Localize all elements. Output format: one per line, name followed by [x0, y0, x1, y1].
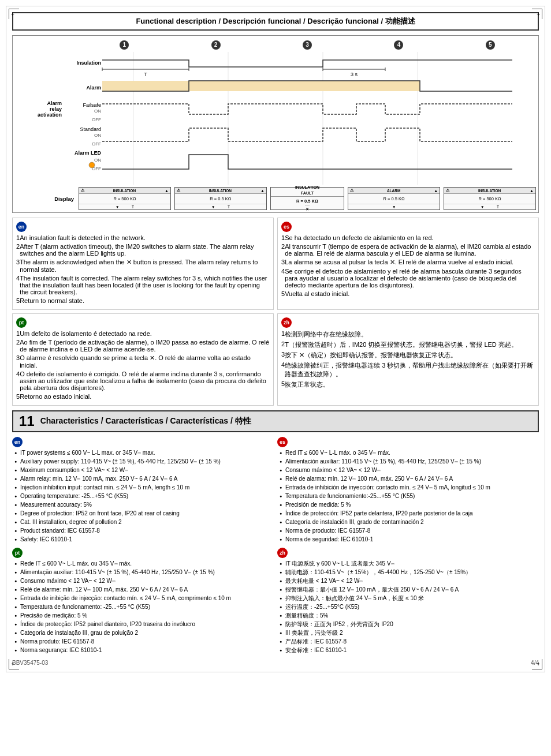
display-1-header: ⚠ INSULATION ▲	[79, 188, 170, 194]
char-zh-item-5: 运行温度：-25...+55°C (K55)	[280, 603, 539, 611]
lang-pt-header: pt	[16, 317, 270, 328]
step-zh-1-text: 检测到网络中存在绝缘故障。	[285, 330, 367, 339]
display-item-4: ⚠ ALARM ▲ R = 0.5 KΩ ▼	[348, 187, 440, 210]
char-zh-item-0: IT 电源系统 γ 600 V~ L-L 或者最大 345 V⎓	[280, 560, 539, 568]
display-4-header: ⚠ ALARM ▲	[348, 188, 440, 194]
corner-bl: +	[9, 659, 19, 669]
char-es-item-0: Red IT ≤ 600 V~ L-L máx. o 345 V⎓ máx.	[280, 449, 539, 457]
display-1-icon: ⚠	[81, 188, 84, 193]
step-es-3-text: La alarma se acusa al pulsar la tecla ✕.…	[285, 259, 513, 266]
char-es-item-6: Precisión de medida: 5 %	[280, 501, 539, 509]
lang-zh-steps: 1 检测到网络中存在绝缘故障。 2 T（报警激活超时）后，IM20 切换至报警状…	[281, 330, 535, 389]
lang-section-en: en 1 An insulation fault is detected in …	[12, 218, 274, 310]
page-wrapper: + + + + Functional description / Descrip…	[6, 6, 545, 672]
display-1-body: R = 500 KΩ	[79, 194, 170, 204]
char-section-en: en IT power systems ≤ 600 V~ L-L max. or…	[12, 437, 274, 544]
svg-text:activation: activation	[38, 112, 62, 118]
lang-section-pt: pt 1 Um defeito de isolamento é detectad…	[12, 313, 274, 406]
char-pt-item-4: Entrada de inibição de injecção: contact…	[14, 594, 274, 602]
char-en-item-3: Alarm relay: min. 12 V⎓ 100 mA, max. 250…	[14, 475, 274, 483]
char-en-item-10: Safety: IEC 61010-1	[14, 536, 274, 544]
corner-br: +	[532, 659, 542, 669]
svg-text:Alarm: Alarm	[47, 100, 62, 106]
svg-text:Alarm LED: Alarm LED	[75, 150, 102, 156]
char-zh-item-4: 抑制注入输入：触点最小值 24 V⎓ 5 mA，长度 ≤ 10 米	[280, 594, 539, 602]
display-label: Display	[15, 196, 79, 202]
display-item-3-fault: INSULATIONFAULT R = 0.5 KΩ ✕	[270, 187, 344, 210]
svg-text:ON: ON	[94, 158, 101, 163]
display-5-title: INSULATION	[478, 189, 501, 193]
step-zh-4-text: 绝缘故障被纠正，报警继电器连续 3 秒切换，帮助用户找出绝缘故障所在（如果要打开…	[285, 361, 535, 379]
display-item-1: ⚠ INSULATION ▲ R = 500 KΩ ▼ T	[79, 187, 171, 210]
lang-en-step-1: 1 An insulation fault is detected in the…	[16, 234, 270, 241]
step-en-4-text: The insulation fault is corrected. The a…	[20, 275, 270, 295]
char-zh-item-10: 安全标准：IEC 61010-1	[280, 646, 539, 654]
display-2-body: R = 0.5 KΩ	[175, 194, 266, 204]
display-1-arrow-up: ▲	[165, 189, 169, 193]
svg-text:OFF: OFF	[92, 117, 101, 122]
lang-es-step-3: 3 La alarma se acusa al pulsar la tecla …	[281, 259, 535, 266]
char-en-item-5: Operating temperature: -25...+55 °C (K55…	[14, 492, 274, 500]
char-es-item-9: Norma de producto: IEC 61557-8	[280, 527, 539, 535]
char-pt-header: pt	[12, 548, 274, 558]
lang-en-step-2: 2 After T (alarm activation timeout), th…	[16, 243, 270, 257]
display-item-2: ⚠ INSULATION ▲ R = 0.5 KΩ ▼ T	[174, 187, 267, 210]
char-en-item-2: Maximum consumption < 12 VA~ < 12 W⎓	[14, 466, 274, 474]
char-pt-item-9: Norma produto: IEC 61557-8	[14, 638, 274, 646]
char-zh-item-6: 测量精确度：5%	[280, 612, 539, 620]
lang-es-header: es	[281, 222, 535, 232]
char-en-item-9: Product standard: IEC 61557-8	[14, 527, 274, 535]
char-title-text: Characteristics / Características / Cara…	[40, 416, 251, 426]
char-es-item-4: Entrada de inhibición de inyección: cont…	[280, 484, 539, 492]
lang-zh-step-4: 4 绝缘故障被纠正，报警继电器连续 3 秒切换，帮助用户找出绝缘故障所在（如果要…	[281, 361, 535, 379]
step-zh-2-text: T（报警激活超时）后，IM20 切换至报警状态。报警继电器切换，警报 LED 亮…	[285, 340, 518, 349]
char-en-item-8: Cat. III installation, degree of polluti…	[14, 518, 274, 526]
char-pt-item-10: Norma segurança: IEC 61010-1	[14, 646, 274, 654]
char-en-header: en	[12, 437, 274, 447]
step-pt-1-text: Um defeito de isolamento é detectado na …	[20, 330, 152, 337]
step-en-3-text: The alarm is acknowledged when the ✕ but…	[20, 259, 270, 273]
char-zh-item-7: 防护等级：正面为 IP52，外壳背面为 IP20	[280, 620, 539, 628]
step-4-label: 4	[353, 40, 444, 50]
char-section-es: es Red IT ≤ 600 V~ L-L máx. o 345 V⎓ máx…	[277, 437, 539, 544]
step-es-5-text: Vuelta al estado inicial.	[285, 290, 349, 297]
lang-pt-step-2: 2 Ao fim de T (período de activação de a…	[16, 339, 270, 353]
char-zh-item-3: 报警继电器：最小值 12 V⎓ 100 mA，最大值 250 V~ 6 A / …	[280, 586, 539, 594]
display-3-fault-footer: ✕	[305, 205, 310, 212]
step-pt-3-text: O alarme é resolvido quando se prime a t…	[20, 354, 270, 369]
lang-es-step-1: 1 Se ha detectado un defecto de aislamie…	[281, 234, 535, 241]
page-footer: BBV35475-03 4/4	[12, 660, 539, 666]
lang-zh-step-1: 1 检测到网络中存在绝缘故障。	[281, 330, 535, 339]
lang-pt-step-1: 1 Um defeito de isolamento é detectado n…	[16, 330, 270, 337]
step-es-4-text: Se corrige el defecto de aislamiento y e…	[285, 268, 535, 289]
char-en-flag: en	[12, 437, 23, 447]
svg-text:T: T	[144, 72, 147, 77]
lang-pt-step-3: 3 O alarme é resolvido quando se prime a…	[16, 354, 270, 369]
char-es-item-1: Alimentación auxiliar: 110-415 V~ (± 15 …	[280, 458, 539, 466]
char-zh-item-2: 最大耗电量 < 12 VA~ < 12 W⎓	[280, 577, 539, 585]
step-en-2-text: After T (alarm activation timeout), the …	[20, 243, 270, 257]
step-es-1-text: Se ha detectado un defecto de aislamient…	[285, 234, 433, 241]
svg-text:Standard: Standard	[80, 126, 101, 132]
display-2-header: ⚠ INSULATION ▲	[175, 188, 266, 194]
char-pt-item-1: Alimentação auxiliar: 110-415 V~ (± 15 %…	[14, 568, 274, 577]
char-es-header: es	[277, 437, 539, 447]
svg-text:Failsafe: Failsafe	[83, 102, 101, 108]
char-pt-item-0: Rede IT ≤ 600 V~ L-L máx. ou 345 V⎓ máx.	[14, 560, 274, 568]
char-zh-item-1: 辅助电源：110-415 V~（± 15%），45-4400 Hz，125-25…	[280, 568, 539, 577]
step-pt-4-text: O defeito de isolamento é corrigido. O r…	[20, 370, 270, 391]
timing-diagram: 1 2 3 4 5 Insulation T	[12, 35, 539, 213]
step-en-1-text: An insulation fault is detected in the n…	[20, 234, 146, 241]
char-en-list: IT power systems ≤ 600 V~ L-L max. or 34…	[12, 449, 274, 544]
svg-text:3 s: 3 s	[351, 72, 358, 77]
char-section-zh: zh IT 电源系统 γ 600 V~ L-L 或者最大 345 V⎓ 辅助电源…	[277, 548, 539, 655]
lang-en-flag: en	[16, 222, 27, 232]
lang-es-step-5: 5 Vuelta al estado inicial.	[281, 290, 535, 297]
char-section-pt: pt Rede IT ≤ 600 V~ L-L máx. ou 345 V⎓ m…	[12, 548, 274, 655]
lang-zh-step-3: 3 按下 ✕（确定）按钮即确认报警。报警继电器恢复正常状态。	[281, 351, 535, 360]
step-1-label: 1	[79, 40, 170, 50]
char-es-item-7: Índice de protección: IP52 parte delante…	[280, 510, 539, 518]
display-4-icon: ⚠	[350, 188, 353, 193]
char-es-item-2: Consumo máximo < 12 VA~ < 12 W⎓	[280, 466, 539, 474]
display-2-arrow-up: ▲	[260, 189, 265, 193]
